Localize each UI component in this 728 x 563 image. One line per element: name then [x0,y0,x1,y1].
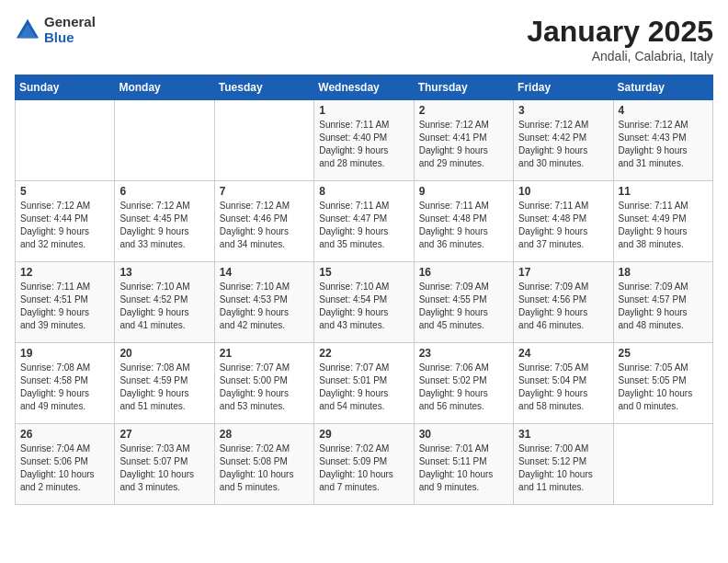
calendar-body: 1Sunrise: 7:11 AM Sunset: 4:40 PM Daylig… [16,100,713,505]
day-number: 22 [319,347,408,360]
calendar-subtitle: Andali, Calabria, Italy [527,49,713,63]
weekday-header-tuesday: Tuesday [214,75,313,100]
day-number: 3 [518,104,608,117]
cell-info: Sunrise: 7:10 AM Sunset: 4:54 PM Dayligh… [319,281,408,332]
cell-info: Sunrise: 7:11 AM Sunset: 4:51 PM Dayligh… [20,281,109,332]
calendar-title: January 2025 [527,15,713,49]
calendar-cell: 7Sunrise: 7:12 AM Sunset: 4:46 PM Daylig… [214,181,313,262]
calendar-cell: 17Sunrise: 7:09 AM Sunset: 4:56 PM Dayli… [514,262,613,343]
day-number: 19 [20,347,109,360]
cell-info: Sunrise: 7:04 AM Sunset: 5:06 PM Dayligh… [20,442,109,494]
day-number: 29 [319,428,408,441]
cell-info: Sunrise: 7:05 AM Sunset: 5:05 PM Dayligh… [619,362,708,413]
calendar-cell: 26Sunrise: 7:04 AM Sunset: 5:06 PM Dayli… [16,424,115,505]
weekday-header-wednesday: Wednesday [314,75,414,100]
calendar-cell: 9Sunrise: 7:11 AM Sunset: 4:48 PM Daylig… [414,181,513,262]
calendar-cell: 21Sunrise: 7:07 AM Sunset: 5:00 PM Dayli… [214,343,313,424]
day-number: 5 [20,185,109,198]
cell-info: Sunrise: 7:01 AM Sunset: 5:11 PM Dayligh… [419,442,508,494]
cell-info: Sunrise: 7:11 AM Sunset: 4:48 PM Dayligh… [518,200,608,251]
cell-info: Sunrise: 7:08 AM Sunset: 4:59 PM Dayligh… [119,362,209,413]
cell-info: Sunrise: 7:09 AM Sunset: 4:55 PM Dayligh… [419,281,508,332]
day-number: 24 [518,347,608,360]
cell-info: Sunrise: 7:12 AM Sunset: 4:46 PM Dayligh… [220,200,309,251]
cell-info: Sunrise: 7:11 AM Sunset: 4:40 PM Dayligh… [319,119,408,170]
calendar-cell: 3Sunrise: 7:12 AM Sunset: 4:42 PM Daylig… [514,100,613,181]
cell-info: Sunrise: 7:07 AM Sunset: 5:01 PM Dayligh… [319,362,408,413]
day-number: 9 [419,185,508,198]
calendar-cell: 12Sunrise: 7:11 AM Sunset: 4:51 PM Dayli… [16,262,115,343]
cell-info: Sunrise: 7:11 AM Sunset: 4:48 PM Dayligh… [419,200,508,251]
day-number: 16 [419,266,508,279]
day-number: 31 [518,428,608,441]
day-number: 11 [619,185,708,198]
calendar-cell [115,100,214,181]
calendar-cell: 20Sunrise: 7:08 AM Sunset: 4:59 PM Dayli… [115,343,214,424]
calendar-week-row: 1Sunrise: 7:11 AM Sunset: 4:40 PM Daylig… [16,100,713,181]
weekday-header-thursday: Thursday [414,75,513,100]
cell-info: Sunrise: 7:10 AM Sunset: 4:52 PM Dayligh… [119,281,209,332]
calendar-cell [214,100,313,181]
calendar-cell: 31Sunrise: 7:00 AM Sunset: 5:12 PM Dayli… [514,424,613,505]
day-number: 30 [419,428,508,441]
day-number: 18 [619,266,708,279]
calendar-cell: 6Sunrise: 7:12 AM Sunset: 4:45 PM Daylig… [115,181,214,262]
calendar-week-row: 26Sunrise: 7:04 AM Sunset: 5:06 PM Dayli… [16,424,713,505]
day-number: 25 [619,347,708,360]
cell-info: Sunrise: 7:12 AM Sunset: 4:43 PM Dayligh… [619,119,708,170]
day-number: 20 [119,347,209,360]
calendar-cell: 25Sunrise: 7:05 AM Sunset: 5:05 PM Dayli… [613,343,712,424]
day-number: 1 [319,104,408,117]
cell-info: Sunrise: 7:09 AM Sunset: 4:56 PM Dayligh… [518,281,608,332]
cell-info: Sunrise: 7:05 AM Sunset: 5:04 PM Dayligh… [518,362,608,413]
cell-info: Sunrise: 7:02 AM Sunset: 5:08 PM Dayligh… [220,442,309,494]
cell-info: Sunrise: 7:09 AM Sunset: 4:57 PM Dayligh… [619,281,708,332]
calendar-cell: 13Sunrise: 7:10 AM Sunset: 4:52 PM Dayli… [115,262,214,343]
cell-info: Sunrise: 7:07 AM Sunset: 5:00 PM Dayligh… [220,362,309,413]
calendar-cell: 29Sunrise: 7:02 AM Sunset: 5:09 PM Dayli… [314,424,414,505]
calendar-table: SundayMondayTuesdayWednesdayThursdayFrid… [15,75,713,505]
cell-info: Sunrise: 7:08 AM Sunset: 4:58 PM Dayligh… [20,362,109,413]
logo-icon [15,17,40,43]
weekday-header-sunday: Sunday [16,75,115,100]
calendar-cell: 28Sunrise: 7:02 AM Sunset: 5:08 PM Dayli… [214,424,313,505]
calendar-cell: 10Sunrise: 7:11 AM Sunset: 4:48 PM Dayli… [514,181,613,262]
day-number: 23 [419,347,508,360]
cell-info: Sunrise: 7:10 AM Sunset: 4:53 PM Dayligh… [220,281,309,332]
cell-info: Sunrise: 7:06 AM Sunset: 5:02 PM Dayligh… [419,362,508,413]
calendar-week-row: 19Sunrise: 7:08 AM Sunset: 4:58 PM Dayli… [16,343,713,424]
calendar-cell: 5Sunrise: 7:12 AM Sunset: 4:44 PM Daylig… [16,181,115,262]
calendar-week-row: 5Sunrise: 7:12 AM Sunset: 4:44 PM Daylig… [16,181,713,262]
day-number: 21 [220,347,309,360]
calendar-cell [16,100,115,181]
day-number: 17 [518,266,608,279]
day-number: 6 [119,185,209,198]
weekday-header-row: SundayMondayTuesdayWednesdayThursdayFrid… [16,75,713,100]
calendar-cell: 11Sunrise: 7:11 AM Sunset: 4:49 PM Dayli… [613,181,712,262]
calendar-cell: 22Sunrise: 7:07 AM Sunset: 5:01 PM Dayli… [314,343,414,424]
calendar-cell [613,424,712,505]
calendar-cell: 8Sunrise: 7:11 AM Sunset: 4:47 PM Daylig… [314,181,414,262]
cell-info: Sunrise: 7:12 AM Sunset: 4:42 PM Dayligh… [518,119,608,170]
cell-info: Sunrise: 7:12 AM Sunset: 4:44 PM Dayligh… [20,200,109,251]
logo-general-text: General [44,15,96,30]
day-number: 2 [419,104,508,117]
calendar-cell: 19Sunrise: 7:08 AM Sunset: 4:58 PM Dayli… [16,343,115,424]
day-number: 4 [619,104,708,117]
day-number: 26 [20,428,109,441]
day-number: 7 [220,185,309,198]
calendar-cell: 2Sunrise: 7:12 AM Sunset: 4:41 PM Daylig… [414,100,513,181]
calendar-cell: 23Sunrise: 7:06 AM Sunset: 5:02 PM Dayli… [414,343,513,424]
day-number: 15 [319,266,408,279]
title-block: January 2025 Andali, Calabria, Italy [527,15,713,63]
cell-info: Sunrise: 7:00 AM Sunset: 5:12 PM Dayligh… [518,442,608,494]
cell-info: Sunrise: 7:02 AM Sunset: 5:09 PM Dayligh… [319,442,408,494]
weekday-header-friday: Friday [514,75,613,100]
calendar-cell: 1Sunrise: 7:11 AM Sunset: 4:40 PM Daylig… [314,100,414,181]
calendar-cell: 14Sunrise: 7:10 AM Sunset: 4:53 PM Dayli… [214,262,313,343]
calendar-cell: 4Sunrise: 7:12 AM Sunset: 4:43 PM Daylig… [613,100,712,181]
cell-info: Sunrise: 7:12 AM Sunset: 4:41 PM Dayligh… [419,119,508,170]
calendar-cell: 24Sunrise: 7:05 AM Sunset: 5:04 PM Dayli… [514,343,613,424]
cell-info: Sunrise: 7:12 AM Sunset: 4:45 PM Dayligh… [119,200,209,251]
day-number: 8 [319,185,408,198]
